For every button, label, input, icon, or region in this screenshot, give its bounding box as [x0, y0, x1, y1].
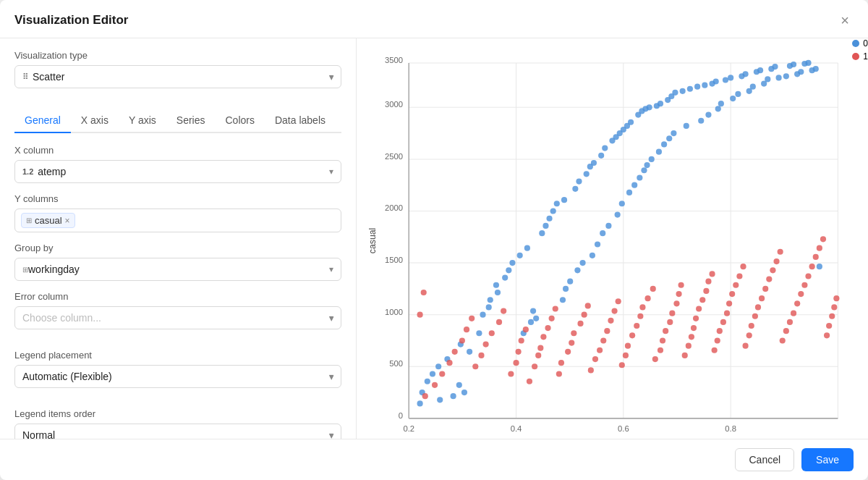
- svg-point-82: [628, 119, 634, 125]
- viz-type-select[interactable]: ⠿ Scatter ▾: [14, 65, 341, 88]
- legend-items-order-section: Legend items order Normal ▾: [14, 408, 341, 439]
- svg-point-181: [604, 328, 610, 334]
- svg-point-206: [691, 325, 697, 331]
- error-column-chevron-icon: ▾: [329, 313, 333, 323]
- svg-text:0.4: 0.4: [511, 424, 522, 433]
- legend-items-order-label: Legend items order: [14, 408, 341, 419]
- modal-footer: Cancel Save: [0, 439, 868, 480]
- legend-placement-select[interactable]: Automatic (Flexible) ▾: [14, 365, 341, 388]
- svg-text:0.8: 0.8: [725, 424, 736, 433]
- tab-general[interactable]: General: [14, 109, 71, 133]
- svg-point-32: [435, 363, 441, 369]
- svg-point-52: [533, 316, 539, 321]
- svg-point-91: [644, 162, 650, 168]
- svg-point-30: [425, 379, 430, 384]
- tab-colors[interactable]: Colors: [216, 109, 265, 133]
- legend-items-order-select[interactable]: Normal ▾: [14, 424, 341, 439]
- legend-dot-0: [852, 40, 859, 47]
- svg-point-145: [446, 360, 452, 366]
- legend-items-order-wrapper: Normal ▾: [14, 424, 341, 439]
- svg-point-188: [629, 332, 635, 338]
- close-button[interactable]: ×: [836, 12, 854, 29]
- svg-point-217: [724, 311, 730, 316]
- group-by-section: Group by ⊞ workingday ▾: [14, 243, 341, 281]
- svg-point-229: [762, 286, 768, 292]
- svg-point-53: [539, 230, 545, 236]
- svg-point-180: [600, 337, 606, 343]
- svg-point-66: [584, 171, 590, 177]
- viz-type-value: Scatter: [33, 71, 329, 83]
- svg-point-142: [422, 393, 428, 399]
- svg-point-58: [561, 197, 567, 203]
- svg-point-190: [637, 313, 643, 319]
- svg-point-79: [615, 212, 621, 218]
- svg-point-114: [728, 75, 733, 80]
- tab-series[interactable]: Series: [166, 109, 216, 133]
- svg-point-157: [513, 360, 519, 366]
- group-by-select[interactable]: ⊞ workingday ▾: [14, 258, 341, 281]
- svg-point-223: [743, 343, 749, 349]
- svg-point-233: [778, 249, 783, 255]
- svg-point-182: [608, 318, 613, 324]
- svg-point-191: [639, 304, 645, 310]
- svg-point-146: [452, 349, 458, 355]
- svg-text:0: 0: [399, 411, 403, 420]
- tab-yaxis[interactable]: Y axis: [119, 109, 166, 133]
- svg-point-242: [809, 264, 815, 269]
- svg-point-241: [805, 273, 811, 279]
- svg-point-225: [749, 323, 754, 329]
- group-by-label: Group by: [14, 243, 341, 253]
- svg-point-112: [718, 101, 724, 106]
- svg-point-88: [641, 167, 647, 173]
- svg-point-204: [686, 343, 692, 349]
- svg-point-231: [770, 267, 775, 273]
- svg-point-40: [486, 304, 492, 310]
- error-column-select[interactable]: Choose column... ▾: [14, 306, 341, 329]
- svg-point-243: [813, 254, 819, 260]
- svg-point-210: [703, 288, 709, 294]
- y-columns-input[interactable]: ⊞ casual ×: [14, 209, 341, 232]
- x-column-type-icon: 1.2: [22, 167, 33, 176]
- modal-body: Visualization type ⠿ Scatter ▾ General X…: [0, 38, 868, 439]
- legend-label-1: 1: [863, 51, 868, 62]
- svg-point-72: [602, 145, 608, 151]
- svg-point-200: [673, 300, 679, 306]
- svg-point-199: [669, 311, 675, 316]
- svg-point-87: [637, 174, 642, 180]
- svg-point-116: [735, 91, 741, 97]
- svg-point-153: [489, 330, 495, 336]
- tab-datalabels[interactable]: Data labels: [265, 109, 336, 133]
- svg-point-185: [619, 362, 625, 368]
- svg-point-152: [483, 341, 489, 347]
- svg-point-37: [467, 349, 472, 355]
- svg-point-44: [502, 274, 508, 280]
- svg-point-161: [527, 379, 532, 384]
- legend-placement-label: Legend placement: [14, 350, 341, 361]
- legend-items-order-value: Normal: [22, 429, 329, 439]
- svg-point-248: [829, 313, 835, 319]
- save-button[interactable]: Save: [801, 448, 854, 471]
- svg-point-218: [726, 300, 732, 306]
- svg-point-244: [817, 245, 822, 251]
- svg-point-184: [616, 298, 621, 304]
- svg-point-179: [597, 348, 603, 353]
- x-column-select[interactable]: 1.2 atemp ▾: [14, 160, 341, 183]
- svg-point-39: [480, 312, 485, 318]
- tab-xaxis[interactable]: X axis: [71, 109, 119, 133]
- y-column-tag-remove[interactable]: ×: [65, 216, 70, 225]
- legend-placement-wrapper: Automatic (Flexible) ▾: [14, 365, 341, 388]
- svg-point-251: [421, 290, 427, 295]
- svg-point-35: [456, 382, 462, 388]
- svg-text:2000: 2000: [385, 203, 403, 212]
- svg-point-224: [746, 332, 752, 338]
- svg-point-212: [709, 271, 715, 277]
- svg-point-101: [672, 90, 678, 96]
- svg-point-203: [682, 353, 688, 358]
- svg-point-221: [736, 273, 742, 279]
- svg-point-55: [546, 216, 552, 222]
- svg-point-156: [508, 371, 514, 376]
- cancel-button[interactable]: Cancel: [735, 448, 794, 471]
- svg-point-234: [780, 337, 786, 343]
- svg-point-71: [598, 153, 604, 159]
- svg-point-108: [705, 111, 711, 117]
